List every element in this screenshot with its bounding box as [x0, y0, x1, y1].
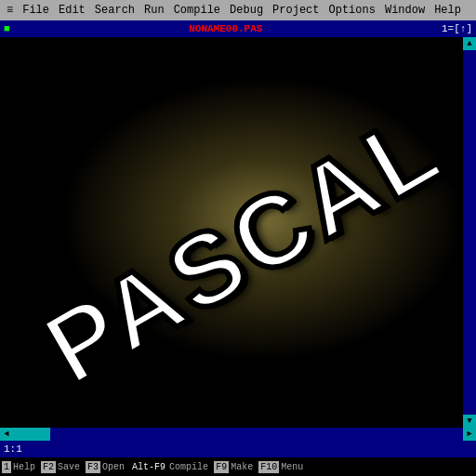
horizontal-scrollbar: ◄ ► [0, 428, 476, 441]
fkey-f10[interactable]: F10 Menu [258, 461, 305, 473]
fkey-f2-num: F2 [41, 461, 56, 473]
fkey-f9-label: Make [229, 461, 255, 473]
scroll-track-horizontal[interactable] [13, 428, 463, 441]
menu-window[interactable]: Window [380, 2, 430, 19]
fkey-f10-num: F10 [258, 461, 279, 473]
vertical-scrollbar: ▲ ▼ [463, 37, 476, 428]
filename-title: NONAME00.PAS [10, 23, 442, 34]
status-bar: 1:1 [0, 441, 476, 457]
scroll-thumb[interactable] [13, 428, 50, 441]
menu-help[interactable]: Help [430, 2, 466, 19]
editor-area[interactable]: PASCAL ▲ ▼ ◄ ► [0, 37, 476, 441]
menu-system[interactable]: ≡ [2, 2, 18, 19]
fkey-altf9-label: Alt-F9 [130, 461, 167, 473]
fkey-f3-num: F3 [86, 461, 100, 473]
menu-compile[interactable]: Compile [169, 2, 225, 19]
menu-options[interactable]: Options [324, 2, 380, 19]
fkey-f2-label: Save [56, 461, 82, 473]
fkey-f1-label: Help [11, 461, 37, 473]
fkey-f9[interactable]: F9 Make [214, 461, 255, 473]
fkey-f1-num: 1 [2, 461, 11, 473]
fkey-compile-label: Compile [167, 461, 210, 473]
title-bar: ■ NONAME00.PAS 1=[↑] [0, 20, 476, 37]
editor-background [0, 37, 476, 441]
menu-file[interactable]: File [18, 2, 54, 19]
cursor-position: 1:1 [4, 443, 22, 455]
menu-project[interactable]: Project [268, 2, 324, 19]
fkey-f3-label: Open [100, 461, 126, 473]
scroll-down-button[interactable]: ▼ [463, 415, 476, 428]
scroll-up-button[interactable]: ▲ [463, 37, 476, 50]
fkey-f3[interactable]: F3 Open [86, 461, 126, 473]
menu-search[interactable]: Search [90, 2, 139, 19]
fkey-f1[interactable]: 1 Help [2, 461, 37, 473]
scroll-left-button[interactable]: ◄ [0, 428, 13, 441]
fkey-bar: 1 Help F2 Save F3 Open Alt-F9 Compile F9… [0, 457, 476, 476]
fkey-f2[interactable]: F2 Save [41, 461, 82, 473]
window-info: 1=[↑] [442, 23, 472, 34]
window-control[interactable]: ■ [4, 23, 10, 34]
scroll-track-vertical[interactable] [463, 50, 476, 415]
menu-debug[interactable]: Debug [225, 2, 268, 19]
fkey-f10-label: Menu [279, 461, 305, 473]
menu-run[interactable]: Run [139, 2, 169, 19]
app: ≡ File Edit Search Run Compile Debug Pro… [0, 0, 476, 476]
menu-bar: ≡ File Edit Search Run Compile Debug Pro… [0, 0, 476, 20]
scroll-right-button[interactable]: ► [463, 428, 476, 441]
fkey-altf9[interactable]: Alt-F9 Compile [130, 461, 210, 473]
fkey-f9-num: F9 [214, 461, 229, 473]
menu-edit[interactable]: Edit [54, 2, 90, 19]
